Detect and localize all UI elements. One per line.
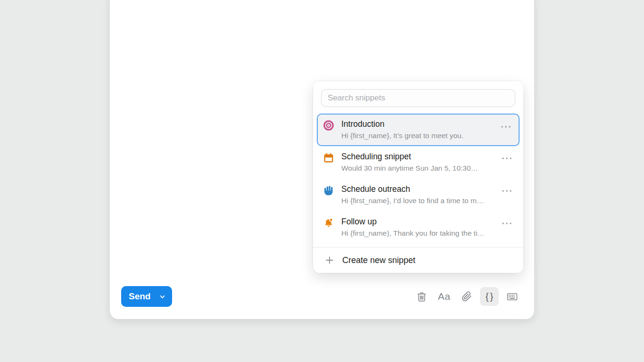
snippet-preview: Hi {first_name), Thank you for taking th… xyxy=(341,228,485,239)
text-format-button[interactable]: Aa xyxy=(435,287,454,306)
hand-icon xyxy=(323,185,334,196)
keyboard-icon[interactable] xyxy=(503,287,521,306)
plus-icon xyxy=(325,255,334,265)
snippet-preview: Hi {first_name}, I’d love to find a time… xyxy=(341,195,484,206)
email-composer-screen: { "composer": { "send": { "label": "Send… xyxy=(0,0,644,362)
send-button-label: Send xyxy=(129,291,150,302)
text-format-aa-icon: Aa xyxy=(438,291,451,302)
create-new-snippet-button[interactable]: Create new snippet xyxy=(313,247,523,273)
snippet-preview: Hi {first_name}, It’s great to meet you. xyxy=(341,130,463,141)
send-options-chevron-down-icon[interactable] xyxy=(159,293,166,300)
curly-braces-icon: {} xyxy=(484,291,495,302)
send-button[interactable]: Send xyxy=(121,286,172,307)
snippet-item-scheduling[interactable]: Scheduling snippet Would 30 min anytime … xyxy=(317,146,520,179)
snippets-popup: Introduction Hi {first_name}, It’s great… xyxy=(313,81,523,273)
snippet-list: Introduction Hi {first_name}, It’s great… xyxy=(313,114,523,247)
target-icon xyxy=(323,120,334,131)
create-new-snippet-label: Create new snippet xyxy=(342,255,415,265)
snippet-title: Introduction xyxy=(341,118,463,130)
snippet-title: Scheduling snippet xyxy=(341,151,478,163)
attachment-paperclip-icon[interactable] xyxy=(457,287,476,306)
search-input[interactable] xyxy=(321,89,515,107)
calendar-icon xyxy=(323,153,334,163)
snippet-item-introduction[interactable]: Introduction Hi {first_name}, It’s great… xyxy=(317,114,520,146)
snippet-title: Schedule outreach xyxy=(341,183,484,195)
trash-icon[interactable] xyxy=(412,287,431,306)
snippet-item-follow-up[interactable]: Follow up Hi {first_name), Thank you for… xyxy=(317,211,520,244)
snippet-preview: Would 30 min anytime Sun Jan 5, 10:30… xyxy=(341,163,478,174)
composer-toolbar: Aa {} xyxy=(412,287,521,306)
snippet-title: Follow up xyxy=(341,216,485,228)
snippet-item-schedule-outreach[interactable]: Schedule outreach Hi {first_name}, I’d l… xyxy=(317,179,520,211)
snippets-button[interactable]: {} xyxy=(480,287,499,306)
snippet-more-options-icon[interactable] xyxy=(501,154,513,163)
snippet-more-options-icon[interactable] xyxy=(501,219,513,228)
snippet-more-options-icon[interactable] xyxy=(501,186,513,196)
bell-icon xyxy=(323,218,334,228)
snippet-more-options-icon[interactable] xyxy=(500,122,512,132)
